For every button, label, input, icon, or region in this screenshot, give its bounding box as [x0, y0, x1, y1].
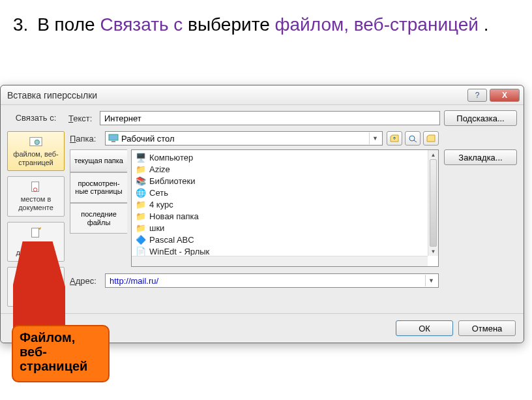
- close-button[interactable]: X: [490, 89, 520, 102]
- list-item[interactable]: 📁Новая папка: [132, 210, 438, 222]
- file-icon: 🌐: [136, 187, 146, 198]
- file-label: Pascal ABC: [149, 235, 194, 245]
- up-folder-button[interactable]: [387, 131, 402, 146]
- file-icon: 📄: [136, 246, 146, 256]
- scroll-down-icon[interactable]: ▼: [428, 247, 438, 256]
- screentip-button[interactable]: Подсказка...: [444, 110, 517, 126]
- svg-point-1: [35, 140, 39, 144]
- webpage-icon: [29, 136, 43, 149]
- linkto-label-3: электронной почтой: [9, 286, 63, 302]
- file-icon: 📁: [136, 211, 146, 221]
- chevron-down-icon: ▼: [425, 275, 437, 286]
- browse-web-icon: [408, 134, 417, 142]
- svg-rect-6: [109, 134, 118, 140]
- svg-rect-2: [32, 182, 39, 192]
- tab-browsed-pages[interactable]: просмотрен-ные страницы: [70, 172, 127, 203]
- file-label: Библиотеки: [149, 176, 195, 186]
- file-list[interactable]: 🖥️Компьютер📁Azize📚Библиотеки🌐Сеть📁4 курс…: [131, 149, 439, 267]
- vertical-scrollbar[interactable]: ▲ ▼: [428, 150, 438, 256]
- linkto-column: файлом, веб-страницей местом в документе…: [7, 131, 65, 307]
- file-icon: 🔷: [136, 234, 146, 245]
- step-number: 3.: [13, 14, 28, 35]
- list-item[interactable]: 🔷Pascal ABC: [132, 234, 438, 245]
- linkto-label-0: файлом, веб-страницей: [9, 150, 63, 166]
- callout-text: Файлом, веб-страницей: [20, 330, 102, 373]
- file-icon: 🖥️: [136, 152, 146, 162]
- address-label: Адрес:: [70, 276, 101, 286]
- email-icon: [29, 271, 43, 285]
- display-text-input[interactable]: [100, 111, 440, 125]
- list-item[interactable]: 📚Библиотеки: [132, 175, 438, 187]
- file-label: 4 курс: [149, 200, 173, 209]
- folder-label: Папка:: [70, 134, 101, 144]
- hyperlink-dialog: Вставка гиперссылки ? X Связать с: Текст…: [0, 85, 524, 343]
- browse-web-button[interactable]: [405, 131, 421, 146]
- linkto-email[interactable]: электронной почтой: [7, 267, 65, 307]
- svg-rect-7: [111, 141, 115, 142]
- callout-box: Файлом, веб-страницей: [12, 325, 110, 382]
- file-label: шки: [149, 223, 164, 233]
- list-item[interactable]: 🖥️Компьютер: [132, 151, 438, 163]
- file-icon: 📁: [136, 223, 146, 233]
- file-icon: 📁: [136, 164, 146, 174]
- folder-combo[interactable]: Рабочий стол ▼: [105, 131, 383, 146]
- file-label: Компьютер: [149, 153, 193, 162]
- document-target-icon: [29, 181, 43, 194]
- linkto-label-1: местом в документе: [9, 195, 63, 211]
- scroll-thumb[interactable]: [430, 159, 437, 247]
- ok-button[interactable]: ОК: [396, 320, 453, 336]
- file-icon: 📚: [136, 176, 146, 186]
- linkto-place-in-doc[interactable]: местом в документе: [7, 176, 65, 216]
- linkto-new-document[interactable]: новым документом: [7, 222, 65, 262]
- help-button[interactable]: ?: [467, 89, 487, 102]
- linkto-file-webpage[interactable]: файлом, веб-страницей: [7, 131, 65, 171]
- file-label: Сеть: [149, 188, 168, 198]
- file-icon: 📁: [136, 199, 146, 209]
- file-label: WinEdt - Ярлык: [149, 247, 209, 256]
- file-label: Новая папка: [149, 211, 199, 221]
- titlebar[interactable]: Вставка гиперссылки ? X: [1, 85, 524, 105]
- tab-current-folder[interactable]: текущая папка: [70, 149, 127, 172]
- list-item[interactable]: 📁4 курс: [132, 198, 438, 210]
- new-doc-icon: [29, 226, 43, 239]
- linkto-label: Связать с:: [7, 113, 65, 123]
- cancel-button[interactable]: Отмена: [458, 320, 516, 336]
- svg-rect-4: [32, 228, 39, 237]
- svg-point-8: [409, 136, 415, 141]
- linkto-label-2: новым документом: [9, 241, 63, 257]
- list-item[interactable]: 🌐Сеть: [132, 187, 438, 198]
- text-label: Текст:: [68, 114, 96, 123]
- bookmark-button[interactable]: Закладка...: [444, 149, 517, 165]
- desktop-icon: [108, 134, 119, 143]
- address-combo[interactable]: http://mail.ru/ ▼: [105, 273, 439, 288]
- chevron-down-icon: ▼: [369, 132, 381, 144]
- list-item[interactable]: 📁Azize: [132, 163, 438, 175]
- scroll-up-icon[interactable]: ▲: [428, 150, 438, 159]
- folder-up-icon: [390, 134, 399, 142]
- file-label: Azize: [149, 164, 170, 174]
- list-item[interactable]: 📁шки: [132, 222, 438, 234]
- open-folder-icon: [426, 134, 436, 142]
- tab-recent-files[interactable]: последние файлы: [70, 203, 127, 234]
- dialog-title: Вставка гиперссылки: [7, 90, 467, 100]
- instruction-text: 3. В поле Связать с выберите файлом, веб…: [0, 0, 532, 43]
- horizontal-scrollbar[interactable]: [132, 256, 428, 266]
- browse-file-button[interactable]: [423, 131, 439, 146]
